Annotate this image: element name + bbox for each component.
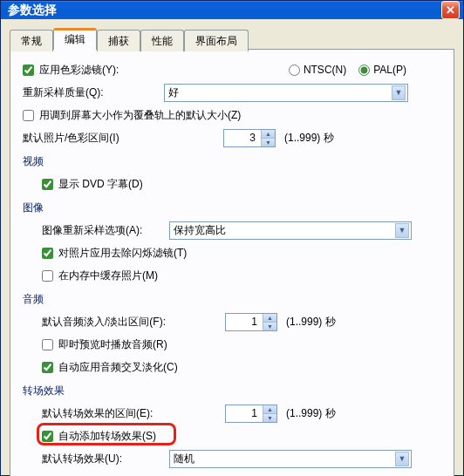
cache-photos-checkbox[interactable] (42, 270, 53, 282)
pal-option[interactable]: PAL(P) (358, 64, 406, 76)
show-dvd-subtitles-label: 显示 DVD 字幕(D) (58, 177, 143, 192)
chevron-down-icon[interactable]: ▼ (263, 323, 276, 330)
transition-default-value: 1 (226, 405, 263, 422)
image-header: 图像 (23, 201, 441, 215)
instant-preview-audio-checkbox[interactable] (42, 339, 53, 350)
audio-header: 音频 (23, 292, 441, 307)
audio-fade-value: 1 (226, 314, 263, 330)
image-resample-opt-select[interactable]: 保持宽高比 ▼ (169, 221, 412, 240)
chevron-up-icon[interactable]: ▲ (263, 314, 276, 323)
ntsc-radio[interactable] (289, 65, 300, 76)
tab-performance[interactable]: 性能 (140, 30, 184, 51)
chevron-up-icon[interactable]: ▲ (263, 405, 276, 414)
close-icon[interactable]: ✕ (441, 1, 460, 19)
overlay-default-size-checkbox[interactable] (23, 110, 34, 121)
ntsc-label: NTSC(N) (304, 64, 346, 76)
audio-fade-spinner[interactable]: 1 ▲ ▼ (225, 313, 277, 331)
audio-fade-label: 默认音频淡入/淡出区间(F): (42, 315, 225, 330)
image-resample-opt-value: 保持宽高比 (174, 223, 395, 238)
transition-default-spinner[interactable]: 1 ▲ ▼ (225, 405, 277, 423)
deflicker-checkbox[interactable] (42, 248, 53, 259)
video-header: 视频 (23, 154, 441, 169)
auto-crossfade-label: 自动应用音频交叉淡化(C) (58, 360, 178, 375)
resample-quality-label: 重新采样质量(Q): (23, 85, 164, 100)
chevron-down-icon: ▼ (392, 85, 406, 100)
default-photo-range: (1..999) 秒 (284, 131, 334, 146)
resample-quality-select[interactable]: 好 ▼ (164, 84, 408, 102)
transition-type-value: 随机 (174, 452, 395, 466)
auto-add-transition-checkbox[interactable] (42, 431, 53, 442)
default-photo-value: 3 (224, 130, 261, 146)
show-dvd-subtitles-checkbox[interactable] (42, 179, 53, 190)
overlay-default-size-label: 用调到屏幕大小作为覆叠轨上的默认大小(Z) (39, 108, 241, 123)
chevron-down-icon: ▼ (395, 452, 409, 466)
pal-label: PAL(P) (373, 64, 406, 76)
tab-edit[interactable]: 编辑 (53, 28, 97, 50)
transition-default-range: (1..999) 秒 (286, 406, 336, 421)
apply-color-filter-label: 应用色彩滤镜(Y): (39, 63, 119, 78)
instant-preview-audio-label: 即时预览时播放音频(R) (58, 337, 167, 352)
resample-quality-value: 好 (168, 85, 392, 100)
chevron-up-icon[interactable]: ▲ (261, 130, 275, 139)
tab-capture[interactable]: 捕获 (97, 30, 140, 51)
transition-type-label: 默认转场效果(U): (42, 452, 169, 466)
default-photo-label: 默认照片/色彩区间(I) (23, 131, 223, 146)
pal-radio[interactable] (358, 65, 370, 76)
window-title: 参数选择 (8, 3, 441, 18)
default-photo-spinner[interactable]: 3 ▲ ▼ (223, 129, 276, 147)
transition-header: 转场效果 (23, 384, 441, 398)
titlebar: 参数选择 ✕ (1, 1, 463, 19)
deflicker-label: 对照片应用去除闪烁滤镜(T) (58, 246, 187, 261)
tabs: 常规 编辑 捕获 性能 界面布局 (10, 28, 454, 50)
image-resample-opt-label: 图像重新采样选项(A): (42, 223, 169, 238)
ntsc-option[interactable]: NTSC(N) (289, 64, 346, 76)
chevron-down-icon: ▼ (395, 223, 409, 238)
auto-add-transition-label: 自动添加转场效果(S) (58, 429, 156, 444)
transition-type-select[interactable]: 随机 ▼ (169, 450, 412, 468)
tab-general[interactable]: 常规 (10, 30, 53, 51)
transition-default-label: 默认转场效果的区间(E): (42, 406, 225, 421)
audio-fade-range: (1..999) 秒 (286, 315, 336, 330)
chevron-down-icon[interactable]: ▼ (263, 414, 276, 422)
tab-layout[interactable]: 界面布局 (184, 30, 249, 51)
apply-color-filter-checkbox[interactable] (23, 65, 34, 76)
auto-crossfade-checkbox[interactable] (42, 362, 53, 373)
panel-edit: 应用色彩滤镜(Y): NTSC(N) PAL(P) 重新采样质量(Q): 好 ▼ (10, 49, 454, 476)
chevron-down-icon[interactable]: ▼ (261, 139, 275, 146)
preferences-window: 参数选择 ✕ 常规 编辑 捕获 性能 界面布局 应用色彩滤镜(Y): NTSC(… (0, 0, 464, 476)
cache-photos-label: 在内存中缓存照片(M) (58, 269, 158, 283)
